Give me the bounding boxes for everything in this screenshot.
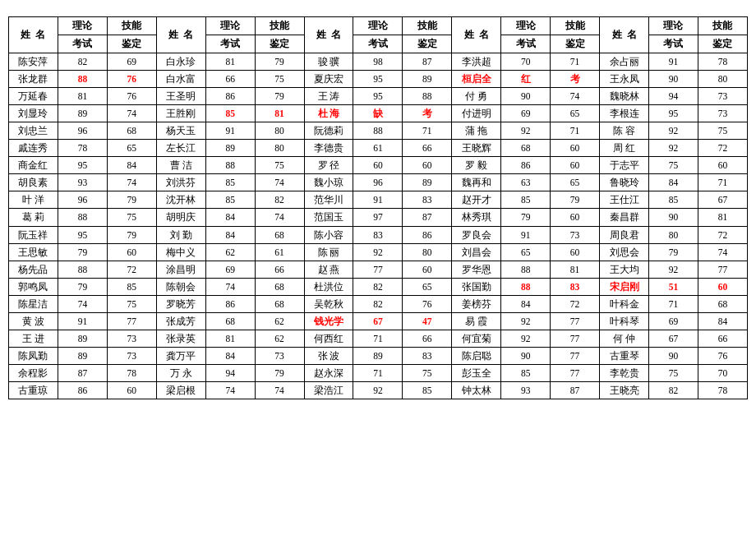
cell-skill-3-1: 81: [255, 104, 304, 122]
cell-theory-17-3: 90: [501, 348, 551, 365]
cell-theory-6-3: 86: [501, 157, 551, 174]
table-row: 张龙群8876白水富6675夏庆宏9589桓启全红考王永凤9080: [9, 70, 748, 87]
cell-name-9-1: 胡明庆: [156, 209, 205, 226]
cell-name-5-4: 周 红: [600, 140, 649, 157]
cell-skill-8-2: 83: [403, 191, 452, 209]
cell-name-8-0: 叶 洋: [9, 191, 58, 209]
cell-skill-13-0: 85: [107, 278, 156, 295]
cell-theory-8-0: 96: [58, 191, 107, 209]
header-theory-sub-2: 考试: [205, 35, 255, 53]
cell-skill-18-1: 79: [255, 365, 304, 382]
table-row: 陈星洁7475罗晓芳8668吴乾秋8276姜榜芬8472叶科金7168: [9, 295, 748, 312]
cell-skill-5-2: 66: [403, 140, 452, 157]
cell-theory-17-2: 89: [353, 348, 403, 365]
cell-theory-5-3: 68: [501, 140, 551, 157]
cell-skill-12-2: 60: [403, 261, 452, 278]
cell-name-9-0: 葛 莉: [9, 209, 58, 226]
cell-theory-18-1: 94: [205, 365, 255, 382]
header-theory-sub-1: 考试: [58, 35, 107, 53]
cell-theory-17-4: 90: [648, 348, 698, 365]
cell-name-16-2: 何西红: [304, 330, 353, 348]
cell-skill-10-3: 73: [551, 226, 600, 243]
cell-theory-14-4: 71: [648, 295, 698, 312]
cell-skill-15-1: 62: [255, 313, 304, 330]
cell-skill-14-4: 68: [698, 295, 747, 312]
cell-theory-9-1: 84: [205, 209, 255, 226]
table-row: 杨先品8872涂昌明6966赵 燕7760罗华恩8881王大均9277: [9, 261, 748, 278]
cell-theory-3-2: 缺: [353, 104, 403, 122]
cell-theory-12-4: 92: [648, 261, 698, 278]
cell-name-14-4: 叶科金: [600, 295, 649, 312]
cell-theory-13-2: 82: [353, 278, 403, 295]
cell-theory-4-0: 96: [58, 122, 107, 139]
cell-theory-2-3: 90: [501, 87, 551, 104]
cell-theory-9-3: 79: [501, 209, 551, 226]
cell-name-4-3: 蒲 拖: [452, 122, 501, 139]
cell-skill-13-4: 60: [698, 278, 747, 295]
cell-skill-5-3: 60: [551, 140, 600, 157]
cell-theory-15-3: 92: [501, 313, 551, 330]
cell-theory-13-1: 74: [205, 278, 255, 295]
cell-theory-16-4: 67: [648, 330, 698, 348]
cell-theory-7-3: 63: [501, 174, 551, 191]
cell-skill-12-4: 77: [698, 261, 747, 278]
cell-theory-12-1: 69: [205, 261, 255, 278]
cell-theory-10-4: 80: [648, 226, 698, 243]
cell-skill-9-1: 74: [255, 209, 304, 226]
cell-name-1-2: 夏庆宏: [304, 70, 353, 87]
cell-theory-7-1: 85: [205, 174, 255, 191]
cell-theory-19-1: 74: [205, 382, 255, 399]
cell-name-12-3: 罗华恩: [452, 261, 501, 278]
cell-name-19-3: 钟太林: [452, 382, 501, 399]
cell-theory-2-0: 81: [58, 87, 107, 104]
cell-theory-5-2: 61: [353, 140, 403, 157]
cell-name-14-0: 陈星洁: [9, 295, 58, 312]
table-row: 陈安萍8269白永珍8179骏 骥9887李洪超7071余占丽9178: [9, 53, 748, 70]
cell-theory-7-0: 93: [58, 174, 107, 191]
cell-theory-5-0: 78: [58, 140, 107, 157]
header-skill-3: 技能: [403, 17, 452, 35]
cell-skill-16-4: 66: [698, 330, 747, 348]
cell-name-15-1: 张成芳: [156, 313, 205, 330]
cell-theory-14-1: 86: [205, 295, 255, 312]
cell-theory-3-3: 69: [501, 104, 551, 122]
cell-name-2-0: 万延春: [9, 87, 58, 104]
cell-theory-18-3: 85: [501, 365, 551, 382]
cell-skill-0-4: 78: [698, 53, 747, 70]
cell-theory-2-4: 94: [648, 87, 698, 104]
header-skill-5: 技能: [698, 17, 747, 35]
cell-skill-17-3: 77: [551, 348, 600, 365]
cell-skill-14-2: 76: [403, 295, 452, 312]
cell-name-17-1: 龚万平: [156, 348, 205, 365]
cell-theory-15-0: 91: [58, 313, 107, 330]
cell-name-2-3: 付 勇: [452, 87, 501, 104]
cell-theory-6-2: 60: [353, 157, 403, 174]
header-theory-sub-5: 考试: [648, 35, 698, 53]
cell-name-0-2: 骏 骥: [304, 53, 353, 70]
cell-name-2-1: 王圣明: [156, 87, 205, 104]
table-header: 姓 名 理论 技能 姓 名 理论 技能 姓 名 理论 技能 姓 名 理论 技能 …: [9, 17, 748, 35]
cell-name-18-0: 余程影: [9, 365, 58, 382]
cell-theory-1-4: 90: [648, 70, 698, 87]
cell-theory-5-4: 92: [648, 140, 698, 157]
cell-theory-19-3: 93: [501, 382, 551, 399]
cell-name-1-3: 桓启全: [452, 70, 501, 87]
cell-skill-14-3: 72: [551, 295, 600, 312]
header-theory-3: 理论: [353, 17, 403, 35]
cell-skill-9-3: 60: [551, 209, 600, 226]
cell-skill-0-1: 79: [255, 53, 304, 70]
cell-name-19-2: 梁浩江: [304, 382, 353, 399]
cell-skill-18-2: 75: [403, 365, 452, 382]
cell-name-5-0: 戚连秀: [9, 140, 58, 157]
cell-skill-2-0: 76: [107, 87, 156, 104]
cell-name-9-2: 范国玉: [304, 209, 353, 226]
cell-name-6-0: 商金红: [9, 157, 58, 174]
cell-skill-19-1: 74: [255, 382, 304, 399]
cell-theory-16-0: 89: [58, 330, 107, 348]
cell-skill-18-0: 78: [107, 365, 156, 382]
cell-theory-10-1: 84: [205, 226, 255, 243]
cell-theory-19-2: 92: [353, 382, 403, 399]
cell-skill-19-3: 87: [551, 382, 600, 399]
cell-skill-14-1: 68: [255, 295, 304, 312]
cell-theory-3-4: 95: [648, 104, 698, 122]
